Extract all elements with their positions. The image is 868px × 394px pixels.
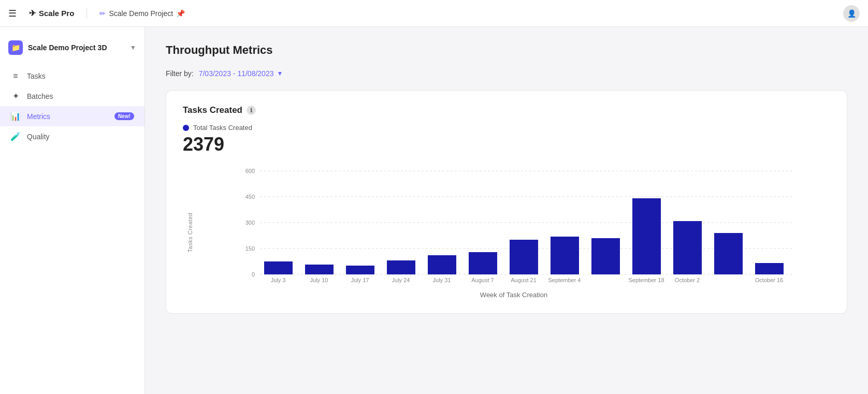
x-label-august7: August 7 bbox=[471, 277, 494, 283]
x-label-july10: July 10 bbox=[310, 277, 328, 283]
x-label-july31: July 31 bbox=[433, 277, 451, 283]
sidebar-item-tasks[interactable]: ≡ Tasks bbox=[0, 66, 144, 86]
sidebar-project-selector[interactable]: 📁 Scale Demo Project 3D ▼ bbox=[0, 35, 144, 60]
brand: ✈ Scale Pro bbox=[29, 8, 74, 18]
x-label-july3: July 3 bbox=[271, 277, 286, 283]
y-label-300: 300 bbox=[245, 220, 255, 226]
x-label-oct16: October 16 bbox=[755, 277, 783, 283]
bar-july3 bbox=[264, 261, 293, 274]
sidebar-project-icon: 📁 bbox=[8, 40, 23, 55]
bar-sep18 bbox=[632, 198, 661, 274]
sidebar-chevron-icon: ▼ bbox=[130, 44, 136, 51]
y-label-150: 150 bbox=[245, 245, 255, 252]
bar-july31 bbox=[428, 255, 456, 274]
bar-july10 bbox=[305, 265, 334, 274]
y-axis-title: Tasks Created bbox=[187, 212, 193, 252]
metrics-icon: 📊 bbox=[10, 111, 21, 121]
sidebar-item-metrics-label: Metrics bbox=[27, 112, 108, 121]
sidebar-item-quality-label: Quality bbox=[27, 133, 134, 141]
bar-oct2 bbox=[673, 221, 702, 274]
menu-icon[interactable]: ☰ bbox=[8, 8, 17, 19]
topbar: ☰ ✈ Scale Pro ✏ Scale Demo Project 📌 👤 bbox=[0, 0, 868, 27]
y-label-600: 600 bbox=[245, 168, 255, 174]
sidebar-item-batches[interactable]: ✦ Batches bbox=[0, 86, 144, 106]
bar-oct2b bbox=[714, 233, 743, 274]
project-pin-icon: ✏ bbox=[99, 9, 106, 18]
sidebar-item-quality[interactable]: 🧪 Quality bbox=[0, 126, 144, 147]
bar-oct16 bbox=[755, 263, 784, 274]
bar-sep4 bbox=[551, 237, 579, 274]
bar-sep4b bbox=[591, 238, 620, 274]
project-tab-pin: 📌 bbox=[176, 9, 185, 18]
x-label-sep4: September 4 bbox=[548, 277, 581, 283]
sidebar-item-batches-label: Batches bbox=[27, 92, 134, 100]
total-count: 2379 bbox=[183, 134, 830, 155]
filter-label: Filter by: bbox=[166, 69, 194, 78]
main-content: Throughput Metrics Filter by: 7/03/2023 … bbox=[145, 27, 868, 394]
brand-icon: ✈ bbox=[29, 8, 36, 18]
filter-value: 7/03/2023 - 11/08/2023 bbox=[199, 69, 274, 78]
topbar-right: 👤 bbox=[843, 5, 860, 22]
filter-dropdown[interactable]: 7/03/2023 - 11/08/2023 ▼ bbox=[199, 69, 283, 78]
legend-row: Total Tasks Created bbox=[183, 124, 830, 132]
brand-name: Scale Pro bbox=[39, 9, 74, 18]
x-label-july24: July 24 bbox=[392, 277, 410, 283]
main-layout: 📁 Scale Demo Project 3D ▼ ≡ Tasks ✦ Batc… bbox=[0, 27, 868, 394]
sidebar-item-tasks-label: Tasks bbox=[27, 72, 134, 80]
y-label-0: 0 bbox=[252, 271, 255, 278]
project-tab[interactable]: ✏ Scale Demo Project 📌 bbox=[99, 9, 185, 18]
sidebar-item-metrics[interactable]: 📊 Metrics New! bbox=[0, 106, 144, 126]
filter-dropdown-arrow-icon: ▼ bbox=[277, 70, 283, 77]
bar-august21 bbox=[510, 240, 538, 274]
x-label-july17: July 17 bbox=[351, 277, 369, 283]
legend-dot bbox=[183, 125, 189, 131]
user-avatar[interactable]: 👤 bbox=[843, 5, 860, 22]
metrics-new-badge: New! bbox=[114, 112, 134, 120]
topbar-divider bbox=[86, 8, 87, 19]
x-label-sep18: September 18 bbox=[628, 277, 664, 283]
project-tab-label: Scale Demo Project bbox=[109, 9, 173, 18]
page-title: Throughput Metrics bbox=[166, 43, 847, 57]
batches-icon: ✦ bbox=[10, 91, 21, 101]
x-axis-title: Week of Task Creation bbox=[197, 291, 830, 299]
chart-title: Tasks Created ℹ bbox=[183, 105, 830, 115]
bar-august7 bbox=[469, 252, 497, 274]
tasks-icon: ≡ bbox=[10, 71, 21, 81]
chart-card: Tasks Created ℹ Total Tasks Created 2379… bbox=[166, 90, 847, 314]
bar-chart: 600 450 300 150 0 July 3 bbox=[197, 166, 830, 285]
legend-label: Total Tasks Created bbox=[193, 124, 252, 132]
y-label-450: 450 bbox=[245, 194, 255, 200]
sidebar-project-name: Scale Demo Project 3D bbox=[28, 43, 125, 52]
quality-icon: 🧪 bbox=[10, 132, 21, 141]
sidebar: 📁 Scale Demo Project 3D ▼ ≡ Tasks ✦ Batc… bbox=[0, 27, 145, 394]
x-label-august21: August 21 bbox=[511, 277, 537, 283]
x-label-oct2: October 2 bbox=[675, 277, 700, 283]
bar-july24 bbox=[387, 260, 415, 274]
filter-row: Filter by: 7/03/2023 - 11/08/2023 ▼ bbox=[166, 69, 847, 78]
info-icon[interactable]: ℹ bbox=[247, 106, 256, 115]
bar-july17 bbox=[346, 266, 374, 274]
